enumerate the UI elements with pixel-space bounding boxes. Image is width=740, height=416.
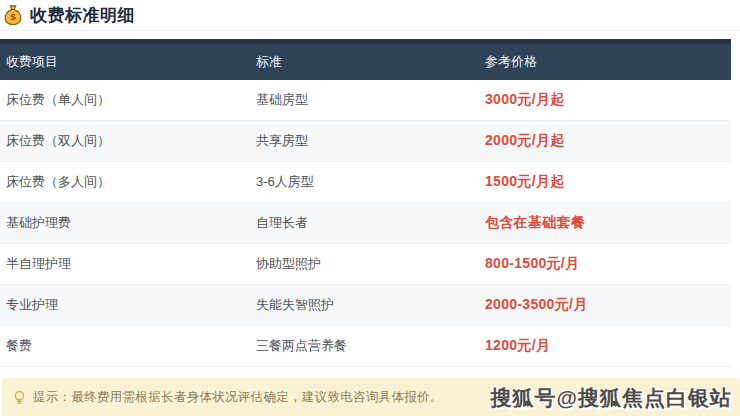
cell-price: 3000元/月起 bbox=[485, 91, 731, 109]
cell-standard: 共享房型 bbox=[256, 132, 485, 150]
table-row: 餐费 三餐两点营养餐 1200元/月 bbox=[0, 326, 731, 367]
column-header-standard: 标准 bbox=[256, 53, 485, 71]
cell-standard: 自理长者 bbox=[256, 214, 485, 232]
table-row: 床位费（多人间） 3-6人房型 1500元/月起 bbox=[0, 162, 731, 203]
table-row: 专业护理 失能失智照护 2000-3500元/月 bbox=[0, 285, 731, 326]
page-title: 收费标准明细 bbox=[30, 4, 135, 27]
table-row: 床位费（单人间） 基础房型 3000元/月起 bbox=[0, 80, 731, 121]
cell-price: 2000元/月起 bbox=[485, 132, 731, 150]
cell-standard: 协助型照护 bbox=[256, 255, 485, 273]
cell-price: 1200元/月 bbox=[485, 337, 731, 355]
fee-schedule-page: $ 收费标准明细 收费项目 标准 参考价格 床位费（单人间） 基础房型 3000… bbox=[0, 0, 740, 416]
cell-standard: 失能失智照护 bbox=[256, 296, 485, 314]
cell-price: 包含在基础套餐 bbox=[485, 214, 731, 232]
table-row: 半自理护理 协助型照护 800-1500元/月 bbox=[0, 244, 731, 285]
fee-table: 收费项目 标准 参考价格 床位费（单人间） 基础房型 3000元/月起 床位费（… bbox=[0, 39, 731, 367]
title-bar: $ 收费标准明细 bbox=[0, 0, 740, 31]
cell-item: 床位费（双人间） bbox=[6, 132, 256, 150]
sohu-watermark: 搜狐号@搜狐焦点白银站 bbox=[491, 384, 732, 412]
tip-text: 提示：最终费用需根据长者身体状况评估确定，建议致电咨询具体报价。 bbox=[33, 389, 443, 406]
cell-item: 床位费（单人间） bbox=[6, 91, 256, 109]
cell-standard: 3-6人房型 bbox=[256, 173, 485, 191]
column-header-item: 收费项目 bbox=[6, 53, 256, 71]
cell-item: 基础护理费 bbox=[6, 214, 256, 232]
cell-item: 专业护理 bbox=[6, 296, 256, 314]
table-row: 基础护理费 自理长者 包含在基础套餐 bbox=[0, 203, 731, 244]
cell-item: 半自理护理 bbox=[6, 255, 256, 273]
cell-price: 800-1500元/月 bbox=[485, 255, 731, 273]
table-header-row: 收费项目 标准 参考价格 bbox=[0, 39, 731, 80]
svg-text:$: $ bbox=[10, 12, 15, 22]
lightbulb-icon bbox=[12, 390, 27, 405]
cell-item: 餐费 bbox=[6, 337, 256, 355]
cell-item: 床位费（多人间） bbox=[6, 173, 256, 191]
table-body: 床位费（单人间） 基础房型 3000元/月起 床位费（双人间） 共享房型 200… bbox=[0, 80, 731, 367]
cell-price: 1500元/月起 bbox=[485, 173, 731, 191]
money-bag-icon: $ bbox=[2, 4, 24, 26]
cell-standard: 三餐两点营养餐 bbox=[256, 337, 485, 355]
table-row: 床位费（双人间） 共享房型 2000元/月起 bbox=[0, 121, 731, 162]
column-header-price: 参考价格 bbox=[485, 53, 731, 71]
cell-standard: 基础房型 bbox=[256, 91, 485, 109]
cell-price: 2000-3500元/月 bbox=[485, 296, 731, 314]
